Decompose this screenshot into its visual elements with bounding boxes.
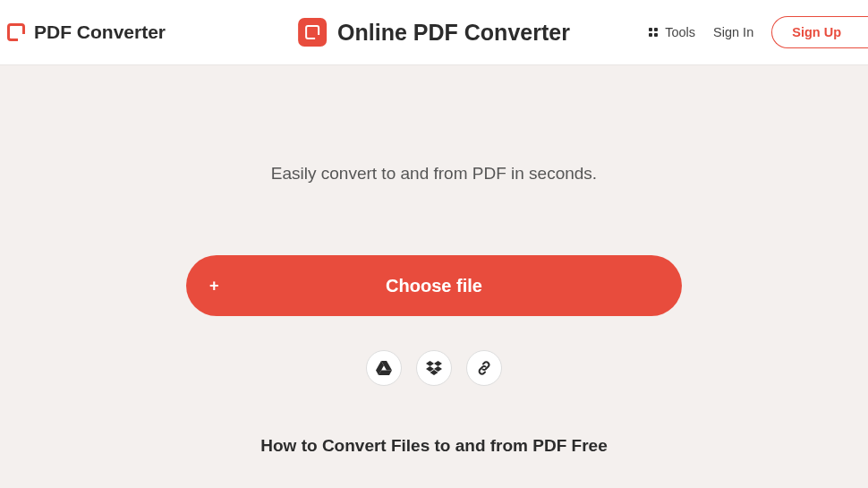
app-logo-icon: [298, 18, 327, 47]
dropbox-button[interactable]: [416, 350, 452, 386]
brand-name: PDF Converter: [34, 21, 166, 43]
grid-icon: [649, 28, 658, 37]
tools-link[interactable]: Tools: [649, 25, 695, 39]
page-title: Online PDF Converter: [337, 20, 570, 46]
link-icon: [476, 360, 492, 376]
subtitle: Easily convert to and from PDF in second…: [271, 164, 597, 184]
brand-area[interactable]: PDF Converter: [7, 21, 166, 43]
howto-title: How to Convert Files to and from PDF Fre…: [260, 436, 607, 456]
page-title-area: Online PDF Converter: [298, 18, 570, 47]
dropbox-icon: [426, 361, 442, 375]
url-link-button[interactable]: [466, 350, 502, 386]
google-drive-button[interactable]: [366, 350, 402, 386]
signup-button[interactable]: Sign Up: [771, 16, 868, 48]
file-source-row: [366, 350, 502, 386]
header-nav: Tools Sign In Sign Up: [649, 16, 868, 48]
plus-icon: +: [209, 277, 219, 295]
signin-link[interactable]: Sign In: [713, 25, 753, 39]
tools-label: Tools: [665, 25, 695, 39]
choose-file-label: Choose file: [386, 276, 482, 296]
main-content: Easily convert to and from PDF in second…: [0, 65, 868, 488]
choose-file-button[interactable]: + Choose file: [186, 255, 682, 316]
header: PDF Converter Online PDF Converter Tools…: [0, 0, 868, 65]
google-drive-icon: [376, 361, 392, 375]
brand-logo-icon: [7, 23, 25, 41]
